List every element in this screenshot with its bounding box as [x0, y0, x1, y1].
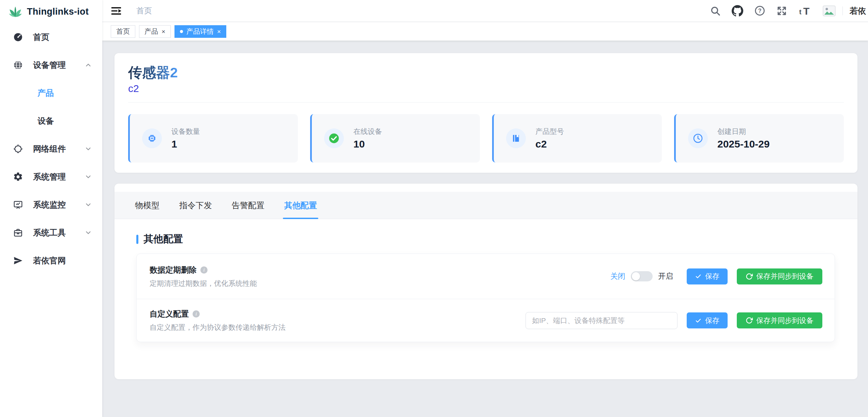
globe-icon	[13, 60, 24, 71]
font-size-icon[interactable]: tT	[798, 5, 812, 17]
config-row-left: 自定义配置 i 自定义配置，作为协议参数传递给解析方法	[150, 309, 286, 332]
info-icon[interactable]: i	[193, 310, 200, 318]
config-description: 定期清理过期数据，优化系统性能	[150, 279, 257, 288]
sidebar-item-label: 系统监控	[33, 199, 66, 210]
stat-online-devices: 在线设备 10	[310, 114, 480, 163]
save-button[interactable]: 保存	[687, 268, 728, 284]
save-button-label: 保存	[705, 316, 719, 325]
save-sync-button-label: 保存并同步到设备	[756, 316, 813, 325]
refresh-icon	[746, 273, 753, 280]
custom-config-input[interactable]	[526, 312, 677, 329]
tab-command-dispatch[interactable]: 指令下发	[179, 192, 212, 219]
sidebar-item-label: 系统工具	[33, 227, 66, 238]
data-deletion-toggle[interactable]	[631, 271, 653, 281]
check-icon	[695, 273, 702, 280]
info-icon[interactable]: i	[200, 266, 208, 274]
sidebar-menu: 首页 设备管理 产品 设备 网络组件	[0, 23, 102, 275]
config-row-controls: 保存 保存并同步到设备	[526, 312, 822, 329]
github-icon[interactable]	[732, 5, 743, 17]
chevron-up-icon	[85, 61, 92, 69]
chevron-down-icon	[85, 173, 92, 181]
config-title: 数据定期删除	[150, 265, 197, 275]
tag-label: 首页	[116, 27, 130, 36]
tab-alarm-config[interactable]: 告警配置	[232, 192, 264, 219]
tag-product-detail[interactable]: 产品详情 ×	[174, 25, 226, 38]
stat-label: 产品型号	[535, 127, 564, 136]
save-button[interactable]: 保存	[687, 312, 728, 328]
sidebar-item-device[interactable]: 设备	[0, 107, 102, 135]
config-row-controls: 关闭 开启 保存 保存并同步到设	[610, 268, 822, 284]
config-row-data-deletion: 数据定期删除 i 定期清理过期数据，优化系统性能 关闭 开启	[137, 254, 835, 299]
svg-text:?: ?	[758, 8, 762, 14]
sidebar-item-official-site[interactable]: 若依官网	[0, 247, 102, 275]
username[interactable]: 若依	[850, 5, 866, 16]
stat-label: 设备数量	[171, 127, 200, 136]
sidebar-item-label: 产品	[37, 88, 54, 98]
save-sync-button-label: 保存并同步到设备	[756, 272, 813, 281]
sidebar-collapse-icon[interactable]	[110, 5, 122, 17]
gear-icon	[13, 171, 24, 182]
save-sync-button[interactable]: 保存并同步到设备	[737, 312, 822, 328]
tags-view-bar: 首页 产品 × 产品详情 ×	[102, 22, 868, 41]
sidebar-item-label: 设备管理	[33, 60, 66, 71]
switch-off-label[interactable]: 关闭	[610, 271, 625, 281]
sidebar-item-label: 设备	[37, 115, 54, 126]
fullscreen-icon[interactable]	[776, 5, 787, 16]
save-sync-button[interactable]: 保存并同步到设备	[737, 268, 822, 284]
stat-value: c2	[535, 138, 564, 150]
stat-label: 创建日期	[717, 127, 770, 136]
paper-plane-icon	[13, 255, 24, 266]
check-circle-icon	[324, 128, 344, 148]
puzzle-icon	[13, 143, 24, 154]
switch-on-label[interactable]: 开启	[658, 271, 673, 281]
clock-icon	[688, 128, 708, 148]
stat-created-date: 创建日期 2025-10-29	[674, 114, 844, 163]
search-icon[interactable]	[710, 5, 721, 16]
sidebar-item-label: 若依官网	[33, 255, 66, 266]
divider	[842, 6, 843, 15]
breadcrumb: 首页	[136, 5, 152, 16]
sidebar-item-system-tools[interactable]: 系统工具	[0, 219, 102, 247]
save-button-label: 保存	[705, 272, 719, 281]
sidebar-item-product[interactable]: 产品	[0, 79, 102, 107]
config-description: 自定义配置，作为协议参数传递给解析方法	[150, 323, 286, 332]
avatar-placeholder-icon[interactable]	[823, 5, 836, 16]
sidebar-item-label: 系统管理	[33, 171, 66, 182]
other-config-panel: 数据定期删除 i 定期清理过期数据，优化系统性能 关闭 开启	[136, 253, 835, 342]
product-name: 传感器2	[128, 64, 178, 81]
active-dot	[180, 30, 183, 33]
config-row-left: 数据定期删除 i 定期清理过期数据，优化系统性能	[150, 265, 257, 288]
chevron-down-icon	[85, 145, 92, 153]
sidebar: Thinglinks-iot 首页 设备管理 产品 设备	[0, 0, 102, 417]
tag-home[interactable]: 首页	[111, 25, 135, 38]
sidebar-item-device-mgmt[interactable]: 设备管理	[0, 51, 102, 79]
close-icon[interactable]: ×	[162, 28, 165, 35]
app-logo[interactable]: Thinglinks-iot	[0, 0, 102, 23]
tab-other-config[interactable]: 其他配置	[284, 192, 317, 219]
sidebar-item-network[interactable]: 网络组件	[0, 135, 102, 163]
stats-row: 设备数量 1 在线设备 10 产品型号 c2	[128, 114, 844, 163]
refresh-icon	[746, 317, 753, 324]
plant-logo-icon	[8, 5, 22, 18]
tab-thing-model[interactable]: 物模型	[135, 192, 159, 219]
product-code: c2	[128, 82, 844, 95]
section-title: 其他配置	[143, 232, 183, 246]
sidebar-item-system-monitor[interactable]: 系统监控	[0, 191, 102, 219]
dashboard-icon	[13, 32, 24, 43]
svg-text:T: T	[803, 5, 809, 17]
sidebar-item-home[interactable]: 首页	[0, 23, 102, 51]
tag-product[interactable]: 产品 ×	[139, 25, 171, 38]
stat-product-model: 产品型号 c2	[492, 114, 662, 163]
close-icon[interactable]: ×	[217, 28, 221, 35]
toggle-knob	[632, 272, 640, 280]
main-content: 传感器2 c2 设备数量 1 在线设备 10	[102, 41, 868, 417]
chevron-down-icon	[85, 229, 92, 236]
chevron-down-icon	[85, 201, 92, 208]
section-header: 其他配置	[136, 233, 857, 245]
section-accent-bar	[136, 235, 138, 244]
sidebar-item-system-mgmt[interactable]: 系统管理	[0, 163, 102, 191]
help-icon[interactable]: ?	[754, 5, 765, 16]
divider	[128, 102, 844, 103]
product-detail-card: 物模型 指令下发 告警配置 其他配置 其他配置 数据定期删除 i 定期清理过期数…	[115, 184, 857, 379]
top-navbar: 首页 ? tT 若依	[102, 0, 868, 22]
